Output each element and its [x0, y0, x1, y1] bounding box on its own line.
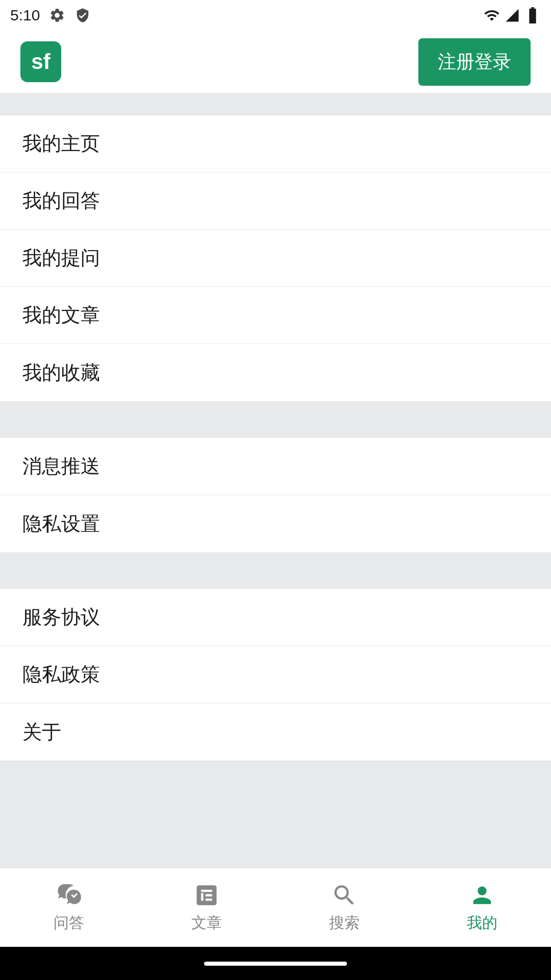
status-left: 5:10	[10, 7, 91, 24]
menu-my-home[interactable]: 我的主页	[0, 115, 551, 173]
menu-section-1: 我的主页 我的回答 我的提问 我的文章 我的收藏	[0, 115, 551, 401]
app-logo: sf	[20, 41, 61, 82]
menu-label: 我的提问	[22, 245, 100, 271]
status-bar: 5:10	[0, 0, 551, 31]
nav-qa[interactable]: 问答	[0, 868, 138, 947]
section-gap-1	[0, 401, 551, 438]
status-right	[484, 7, 541, 23]
section-gap-2	[0, 552, 551, 589]
menu-about[interactable]: 关于	[0, 703, 551, 761]
home-indicator[interactable]	[204, 962, 347, 966]
menu-label: 消息推送	[22, 453, 100, 479]
menu-label: 服务协议	[22, 604, 100, 630]
menu-push-notifications[interactable]: 消息推送	[0, 438, 551, 495]
app-header: sf 注册登录	[0, 31, 551, 93]
nav-label: 搜索	[329, 913, 360, 934]
menu-label: 我的文章	[22, 302, 100, 328]
wifi-icon	[484, 7, 500, 23]
menu-label: 隐私设置	[22, 511, 100, 537]
nav-label: 问答	[54, 913, 84, 934]
nav-label: 文章	[191, 913, 222, 934]
qa-icon	[56, 882, 82, 909]
shield-icon	[74, 7, 91, 23]
menu-my-favorites[interactable]: 我的收藏	[0, 344, 551, 401]
menu-section-3: 服务协议 隐私政策 关于	[0, 589, 551, 761]
settings-icon	[49, 7, 65, 23]
menu-my-articles[interactable]: 我的文章	[0, 287, 551, 344]
status-time: 5:10	[10, 7, 40, 24]
nav-me[interactable]: 我的	[413, 868, 551, 947]
menu-privacy-policy[interactable]: 隐私政策	[0, 646, 551, 703]
menu-my-answers[interactable]: 我的回答	[0, 173, 551, 230]
nav-search[interactable]: 搜索	[276, 868, 413, 947]
signal-icon	[504, 7, 520, 23]
system-bar	[0, 947, 551, 980]
menu-privacy-settings[interactable]: 隐私设置	[0, 495, 551, 552]
bottom-nav: 问答 文章 搜索 我的	[0, 868, 551, 947]
menu-section-2: 消息推送 隐私设置	[0, 438, 551, 552]
menu-my-questions[interactable]: 我的提问	[0, 230, 551, 287]
articles-icon	[193, 882, 220, 909]
person-icon	[469, 882, 495, 909]
top-spacer	[0, 93, 551, 115]
main-content: 我的主页 我的回答 我的提问 我的文章 我的收藏 消息推送 隐私设置 服务协议 …	[0, 93, 551, 868]
battery-icon	[524, 7, 541, 23]
nav-label: 我的	[467, 913, 497, 934]
menu-label: 我的回答	[22, 188, 100, 214]
menu-service-agreement[interactable]: 服务协议	[0, 589, 551, 646]
menu-label: 我的收藏	[22, 360, 100, 386]
menu-label: 隐私政策	[22, 662, 100, 688]
nav-articles[interactable]: 文章	[138, 868, 276, 947]
register-login-button[interactable]: 注册登录	[418, 38, 531, 86]
menu-label: 关于	[22, 719, 61, 745]
logo-text: sf	[31, 50, 50, 74]
search-icon	[331, 882, 358, 909]
menu-label: 我的主页	[22, 131, 100, 157]
